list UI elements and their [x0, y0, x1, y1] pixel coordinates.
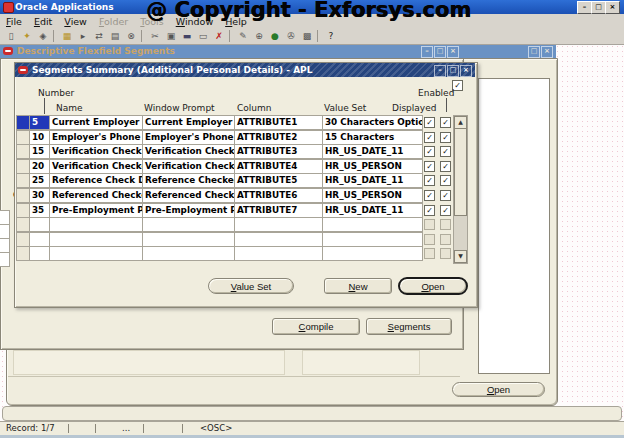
cell-name[interactable]	[49, 232, 144, 247]
enabled-checkbox[interactable]: ✓	[440, 161, 451, 172]
menu-file[interactable]: File	[0, 14, 28, 28]
menu-view[interactable]: View	[58, 14, 93, 28]
restore-icon[interactable]: □	[434, 46, 446, 58]
cell-window-prompt[interactable]: Referenced Checked By	[142, 188, 236, 203]
cell-value-set[interactable]: HR_US_PERSON	[322, 188, 423, 203]
cell-column[interactable]: ATTRIBUTE7	[234, 203, 324, 218]
cell-value-set[interactable]: HR_US_DATE_11	[322, 144, 423, 159]
print-icon[interactable]: ▤	[107, 29, 123, 44]
cell-number[interactable]	[29, 246, 51, 261]
context-fragment-cell[interactable]	[0, 252, 10, 267]
cell-column[interactable]: ATTRIBUTE3	[234, 144, 324, 159]
displayed-checkbox[interactable]: ✓	[424, 161, 435, 172]
cell-column[interactable]	[234, 232, 324, 247]
edit-field-icon[interactable]: ✎	[235, 29, 251, 44]
cell-name[interactable]	[49, 246, 144, 261]
enabled-checkbox[interactable]	[440, 219, 451, 230]
enabled-checkbox[interactable]: ✓	[440, 132, 451, 143]
displayed-checkbox[interactable]: ✓	[424, 190, 435, 201]
displayed-checkbox[interactable]: ✓	[424, 175, 435, 186]
cell-name[interactable]: Current Employer	[49, 115, 144, 130]
navigator-icon[interactable]: ◈	[35, 29, 51, 44]
cell-column[interactable]: ATTRIBUTE1	[234, 115, 324, 130]
paste-icon[interactable]: ▬	[179, 29, 195, 44]
cell-column[interactable]: ATTRIBUTE2	[234, 130, 324, 145]
enabled-checkbox[interactable]	[440, 234, 451, 245]
scroll-down-icon[interactable]: ▼	[454, 250, 467, 263]
cell-value-set[interactable]	[322, 246, 423, 261]
cell-number[interactable]: 5	[29, 115, 51, 130]
cell-window-prompt[interactable]: Verification Checked By	[142, 159, 236, 174]
displayed-checkbox[interactable]: ✓	[424, 205, 435, 216]
switch-responsibility-icon[interactable]: ⇄	[91, 29, 107, 44]
segments-button[interactable]: Segments	[366, 318, 452, 335]
displayed-checkbox[interactable]: ✓	[424, 117, 435, 128]
cut-icon[interactable]: ✂	[147, 29, 163, 44]
enabled-checkbox[interactable]: ✓	[440, 175, 451, 186]
displayed-checkbox[interactable]	[424, 234, 435, 245]
cell-window-prompt[interactable]: Employer's Phone	[142, 130, 236, 145]
cell-column[interactable]	[234, 217, 324, 232]
restore-icon[interactable]: □	[447, 65, 459, 77]
scrollbar-thumb[interactable]	[454, 128, 467, 216]
save-icon[interactable]: ▦	[59, 29, 75, 44]
cell-window-prompt[interactable]: Pre-Employment Physic	[142, 203, 236, 218]
new-button[interactable]: New	[324, 278, 392, 294]
restore-icon[interactable]: □	[528, 46, 540, 58]
cell-number[interactable]	[29, 217, 51, 232]
close-icon[interactable]: ×	[541, 46, 553, 58]
cell-name[interactable]: Verification Check Dat	[49, 144, 144, 159]
cell-column[interactable]: ATTRIBUTE4	[234, 159, 324, 174]
dialog-titlebar[interactable]: Segments Summary (Additional Personal De…	[15, 63, 475, 77]
cell-column[interactable]	[234, 246, 324, 261]
displayed-checkbox[interactable]: ✓	[424, 146, 435, 157]
enabled-checkbox[interactable]: ✓	[440, 117, 451, 128]
cell-window-prompt[interactable]	[142, 217, 236, 232]
menu-edit[interactable]: Edit	[28, 14, 58, 28]
cell-window-prompt[interactable]: Verification Check Date	[142, 144, 236, 159]
cell-value-set[interactable]: 30 Characters Optional	[322, 115, 423, 130]
cell-column[interactable]: ATTRIBUTE5	[234, 173, 324, 188]
minimize-icon[interactable]: –	[434, 65, 446, 77]
enabled-checkbox[interactable]: ✓	[440, 205, 451, 216]
new-icon[interactable]: ▯	[3, 29, 19, 44]
clear-record-icon[interactable]: ▭	[195, 29, 211, 44]
open-button-background[interactable]: Open	[452, 382, 545, 397]
cell-name[interactable]: Employer's Phone	[49, 130, 144, 145]
cell-column[interactable]: ATTRIBUTE6	[234, 188, 324, 203]
cell-value-set[interactable]: HR_US_DATE_11	[322, 173, 423, 188]
cell-window-prompt[interactable]	[142, 246, 236, 261]
copy-icon[interactable]: ▣	[163, 29, 179, 44]
close-form-icon[interactable]: ⊗	[123, 29, 139, 44]
folder-tools-icon[interactable]: ▩	[299, 29, 315, 44]
find-icon[interactable]: ✦	[19, 29, 35, 44]
cell-number[interactable]: 30	[29, 188, 51, 203]
enabled-checkbox[interactable]: ✓	[440, 190, 451, 201]
cell-number[interactable]: 15	[29, 144, 51, 159]
cell-number[interactable]: 20	[29, 159, 51, 174]
value-set-button[interactable]: Value Set	[208, 278, 294, 294]
zoom-icon[interactable]: ⊕	[251, 29, 267, 44]
cell-name[interactable]: Reference Check Date	[49, 173, 144, 188]
enabled-checkbox[interactable]: ✓	[440, 146, 451, 157]
cell-number[interactable]: 25	[29, 173, 51, 188]
restore-icon[interactable]: □	[591, 1, 606, 14]
minimize-icon[interactable]: –	[577, 1, 592, 14]
displayed-checkbox[interactable]	[424, 248, 435, 259]
delete-record-icon[interactable]: ✗	[211, 29, 227, 44]
help-icon[interactable]: ?	[323, 29, 339, 44]
displayed-checkbox[interactable]	[424, 219, 435, 230]
menu-folder[interactable]: Folder	[93, 14, 134, 28]
next-step-icon[interactable]: ▸	[75, 29, 91, 44]
cell-number[interactable]: 35	[29, 203, 51, 218]
attachments-icon[interactable]: ✇	[283, 29, 299, 44]
cell-window-prompt[interactable]: Reference Checked Dat	[142, 173, 236, 188]
cell-value-set[interactable]: HR_US_PERSON	[322, 159, 423, 174]
enabled-checkbox[interactable]	[440, 248, 451, 259]
cell-window-prompt[interactable]: Current Employer	[142, 115, 236, 130]
close-icon[interactable]: ×	[447, 46, 459, 58]
open-button[interactable]: Open	[398, 277, 468, 295]
cell-number[interactable]: 10	[29, 130, 51, 145]
cell-name[interactable]: Referenced Checked B	[49, 188, 144, 203]
cell-value-set[interactable]	[322, 217, 423, 232]
